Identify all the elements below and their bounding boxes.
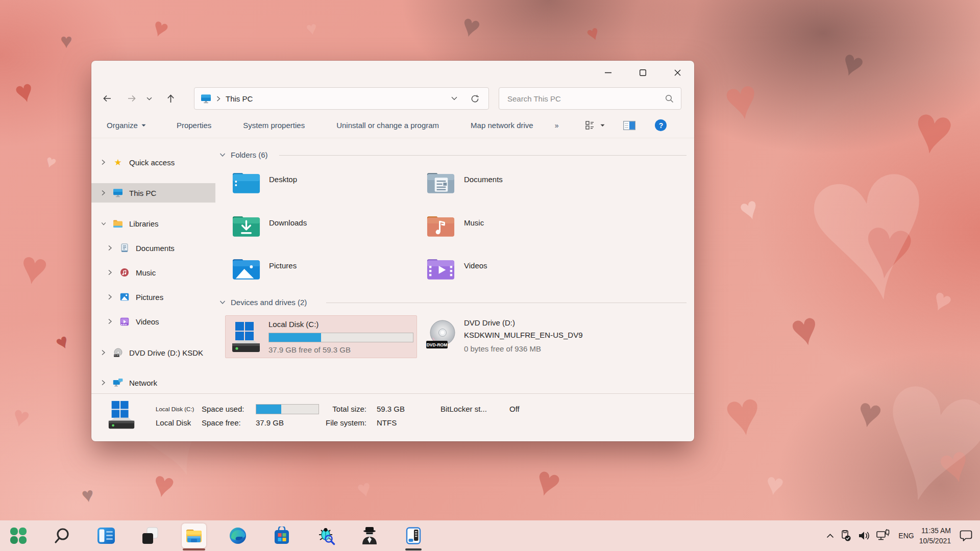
section-divider	[279, 155, 687, 156]
chevron-right-icon[interactable]	[108, 245, 113, 251]
taskbar-store-button[interactable]	[270, 523, 294, 548]
sidebar-item-music[interactable]: Music	[91, 263, 215, 282]
uninstall-program-label: Uninstall or change a program	[336, 121, 439, 130]
change-view-button[interactable]	[585, 121, 605, 130]
drive-tile-dvd-d[interactable]: DVD-ROM DVD Drive (D:) KSDKWIN_MULFRE_EN…	[417, 315, 609, 358]
address-bar[interactable]: This PC	[194, 87, 489, 110]
chevron-right-icon[interactable]	[101, 159, 106, 165]
usb-eject-button[interactable]	[839, 529, 852, 542]
folder-name[interactable]: Videos	[464, 261, 487, 270]
folder-tile-desktop[interactable]	[231, 169, 405, 201]
refresh-icon[interactable]	[471, 94, 479, 103]
back-button[interactable]	[99, 90, 116, 107]
clock[interactable]: 11:35 AM 10/5/2021	[919, 525, 951, 546]
sidebar-item-pictures[interactable]: Pictures	[91, 287, 215, 307]
wallpaper-heart: ♥	[60, 31, 72, 51]
language-indicator[interactable]: ENG	[898, 532, 914, 540]
collapse-chevron-icon[interactable]	[219, 153, 226, 157]
folder-tile-music[interactable]	[426, 213, 599, 244]
taskbar-debug-tool-button[interactable]	[313, 523, 338, 548]
sidebar-item-network[interactable]: Network	[91, 373, 215, 392]
folder-name[interactable]: Pictures	[269, 261, 297, 270]
folder-name[interactable]: Documents	[464, 175, 503, 184]
wallpaper-heart: ♥	[80, 484, 95, 506]
hidden-icons-button[interactable]	[826, 534, 834, 538]
disc-icon: DVD-ROM	[113, 347, 123, 358]
svg-text:DVD-ROM: DVD-ROM	[113, 355, 120, 357]
system-properties-button[interactable]: System properties	[243, 121, 305, 130]
drive-name: Local Disk (C:)	[268, 320, 318, 329]
virtual-desktops-button[interactable]	[138, 523, 162, 548]
preview-pane-button[interactable]	[623, 121, 635, 130]
task-view-button[interactable]	[94, 523, 118, 548]
sidebar-item-label: Documents	[136, 244, 175, 253]
taskbar-spy-tool-button[interactable]	[357, 523, 382, 548]
taskbar-search-button[interactable]	[50, 523, 75, 548]
sidebar-item-this-pc[interactable]: This PC	[91, 183, 215, 203]
folder-name[interactable]: Desktop	[269, 175, 297, 184]
sidebar-item-label: Pictures	[136, 293, 163, 302]
drive-tile-local-disk-c[interactable]: Local Disk (C:) 37.9 GB free of 59.3 GB	[225, 315, 417, 358]
address-dropdown-icon[interactable]	[451, 96, 457, 101]
sidebar-item-dvd-drive[interactable]: DVD-ROM DVD Drive (D:) KSDK	[91, 343, 215, 362]
chevron-right-icon[interactable]	[101, 349, 106, 356]
document-icon	[119, 243, 130, 253]
disk-usage-bar	[268, 333, 413, 342]
recent-locations-button[interactable]	[143, 90, 155, 107]
notifications-button[interactable]	[959, 529, 973, 542]
chevron-right-icon[interactable]	[101, 380, 106, 386]
music-icon	[119, 267, 130, 278]
chevron-right-icon[interactable]	[108, 269, 113, 276]
up-button[interactable]	[162, 90, 179, 107]
map-network-drive-button[interactable]: Map network drive	[471, 121, 533, 130]
close-button[interactable]	[666, 63, 689, 82]
sidebar-item-quick-access[interactable]: ★ Quick access	[91, 153, 215, 172]
sidebar-item-libraries[interactable]: Libraries	[91, 214, 215, 233]
forward-button[interactable]	[123, 90, 140, 107]
search-box[interactable]	[499, 87, 681, 110]
folder-tile-documents[interactable]	[426, 169, 599, 201]
taskbar-device-manager-button[interactable]	[401, 523, 426, 548]
view-dropdown-caret-icon[interactable]	[600, 124, 605, 127]
collapse-chevron-icon[interactable]	[219, 300, 226, 305]
folder-tile-pictures[interactable]	[231, 256, 405, 287]
organize-button[interactable]: Organize	[107, 121, 146, 130]
pictures-folder-icon	[231, 256, 261, 281]
drives-section-title: Devices and drives (2)	[231, 298, 307, 307]
space-used-label: Space used:	[202, 405, 244, 413]
microsoft-store-icon	[273, 527, 291, 545]
sidebar-item-videos[interactable]: Videos	[91, 312, 215, 331]
chevron-right-icon[interactable]	[108, 294, 113, 300]
toolbar-overflow-button[interactable]: »	[555, 121, 559, 130]
volume-button[interactable]	[857, 530, 871, 542]
search-input[interactable]	[507, 94, 665, 103]
titlebar[interactable]	[91, 61, 694, 84]
status-usage-fill	[256, 405, 281, 414]
maximize-button[interactable]	[631, 63, 654, 82]
help-button[interactable]: ?	[655, 119, 667, 131]
sidebar-item-documents[interactable]: Documents	[91, 238, 215, 258]
taskbar-edge-button[interactable]	[226, 523, 250, 548]
network-button[interactable]	[876, 529, 890, 542]
star-icon: ★	[113, 157, 123, 167]
chevron-right-icon[interactable]	[101, 190, 106, 196]
search-icon[interactable]	[665, 94, 674, 103]
start-button[interactable]	[6, 523, 31, 548]
taskbar-file-explorer-button[interactable]	[182, 523, 206, 548]
folders-section-header[interactable]: Folders (6)	[219, 151, 268, 159]
chevron-down-icon[interactable]	[101, 221, 106, 226]
chat-bubble-icon	[959, 529, 973, 542]
breadcrumb-location[interactable]: This PC	[226, 94, 253, 103]
drives-section-header[interactable]: Devices and drives (2)	[219, 298, 307, 307]
dvd-rom-badge: DVD-ROM	[427, 342, 448, 347]
properties-button[interactable]: Properties	[177, 121, 211, 130]
chevron-right-icon[interactable]	[108, 318, 113, 324]
bitlocker-value: Off	[509, 405, 520, 413]
folder-tile-downloads[interactable]	[231, 213, 405, 244]
minimize-button[interactable]	[596, 63, 620, 82]
folder-tile-videos[interactable]	[426, 256, 599, 287]
network-icon	[113, 378, 123, 388]
uninstall-program-button[interactable]: Uninstall or change a program	[336, 121, 439, 130]
folder-name[interactable]: Music	[464, 218, 484, 227]
folder-name[interactable]: Downloads	[269, 218, 307, 227]
